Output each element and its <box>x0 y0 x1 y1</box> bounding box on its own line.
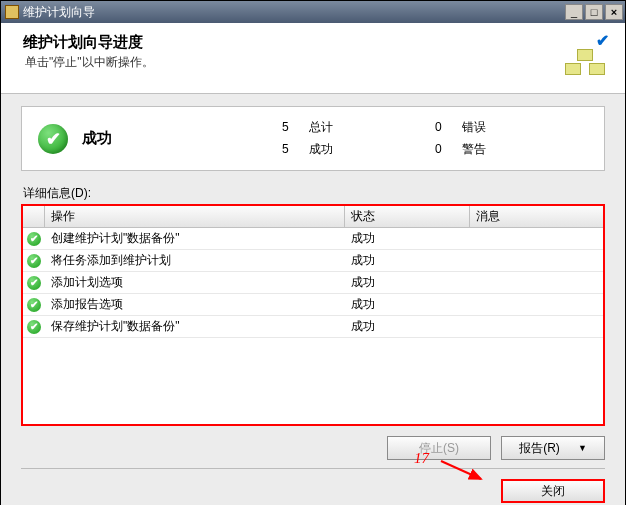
maximize-button[interactable]: □ <box>585 4 603 20</box>
page-subtitle: 单击"停止"以中断操作。 <box>23 54 561 71</box>
annotation-arrow-icon <box>439 459 487 485</box>
row-action: 将任务添加到维护计划 <box>45 252 345 269</box>
row-status-icon: ✔ <box>23 232 45 246</box>
total-count: 5 <box>282 117 306 139</box>
minimize-button[interactable]: _ <box>565 4 583 20</box>
row-status: 成功 <box>345 230 470 247</box>
success-count: 5 <box>282 139 306 161</box>
table-row[interactable]: ✔创建维护计划"数据备份"成功 <box>23 228 603 250</box>
row-status-icon: ✔ <box>23 254 45 268</box>
app-icon <box>5 5 19 19</box>
row-action: 创建维护计划"数据备份" <box>45 230 345 247</box>
row-status: 成功 <box>345 252 470 269</box>
row-status: 成功 <box>345 318 470 335</box>
close-row: 关闭 17 <box>21 468 605 503</box>
error-label: 错误 <box>462 120 486 134</box>
close-button[interactable]: 关闭 <box>501 479 605 503</box>
success-label: 成功 <box>309 142 333 156</box>
success-icon: ✔ <box>38 124 68 154</box>
page-title: 维护计划向导进度 <box>23 33 561 52</box>
body: ✔ 成功 5 总计 5 成功 0 错误 <box>1 94 625 505</box>
col-icon[interactable] <box>23 206 45 227</box>
wizard-header-icon: ✔ <box>561 33 611 83</box>
stop-button: 停止(S) <box>387 436 491 460</box>
titlebar: 维护计划向导 _ □ × <box>1 1 625 23</box>
details-label: 详细信息(D): <box>23 185 605 202</box>
summary-panel: ✔ 成功 5 总计 5 成功 0 错误 <box>21 106 605 171</box>
col-message[interactable]: 消息 <box>470 206 603 227</box>
total-label: 总计 <box>309 120 333 134</box>
table-header: 操作 状态 消息 <box>23 206 603 228</box>
window-title: 维护计划向导 <box>23 4 565 21</box>
header: 维护计划向导进度 单击"停止"以中断操作。 ✔ <box>1 23 625 94</box>
col-action[interactable]: 操作 <box>45 206 345 227</box>
dropdown-caret-icon: ▼ <box>578 443 587 453</box>
row-status-icon: ✔ <box>23 276 45 290</box>
svg-line-0 <box>441 461 481 479</box>
window-controls: _ □ × <box>565 4 623 20</box>
summary-stats: 5 总计 5 成功 0 错误 0 警告 <box>282 117 588 160</box>
row-action: 添加计划选项 <box>45 274 345 291</box>
warning-label: 警告 <box>462 142 486 156</box>
row-status-icon: ✔ <box>23 298 45 312</box>
warning-count: 0 <box>435 139 459 161</box>
row-status-icon: ✔ <box>23 320 45 334</box>
action-buttons-row: 停止(S) 报告(R) ▼ <box>21 426 605 460</box>
report-button[interactable]: 报告(R) ▼ <box>501 436 605 460</box>
row-action: 添加报告选项 <box>45 296 345 313</box>
error-count: 0 <box>435 117 459 139</box>
table-row[interactable]: ✔将任务添加到维护计划成功 <box>23 250 603 272</box>
wizard-window: 维护计划向导 _ □ × 维护计划向导进度 单击"停止"以中断操作。 ✔ ✔ 成… <box>0 0 626 505</box>
row-status: 成功 <box>345 274 470 291</box>
window-close-button[interactable]: × <box>605 4 623 20</box>
col-status[interactable]: 状态 <box>345 206 470 227</box>
details-table: 操作 状态 消息 ✔创建维护计划"数据备份"成功✔将任务添加到维护计划成功✔添加… <box>21 204 605 426</box>
table-body: ✔创建维护计划"数据备份"成功✔将任务添加到维护计划成功✔添加计划选项成功✔添加… <box>23 228 603 424</box>
table-row[interactable]: ✔添加报告选项成功 <box>23 294 603 316</box>
summary-status: 成功 <box>82 129 282 148</box>
row-action: 保存维护计划"数据备份" <box>45 318 345 335</box>
row-status: 成功 <box>345 296 470 313</box>
table-row[interactable]: ✔保存维护计划"数据备份"成功 <box>23 316 603 338</box>
table-row[interactable]: ✔添加计划选项成功 <box>23 272 603 294</box>
